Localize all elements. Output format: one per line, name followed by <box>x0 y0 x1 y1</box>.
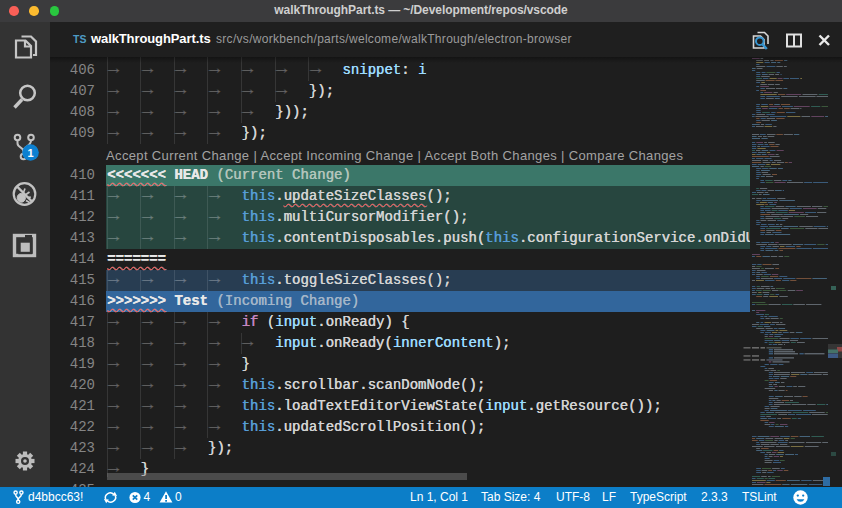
svg-text:1: 1 <box>27 147 33 159</box>
